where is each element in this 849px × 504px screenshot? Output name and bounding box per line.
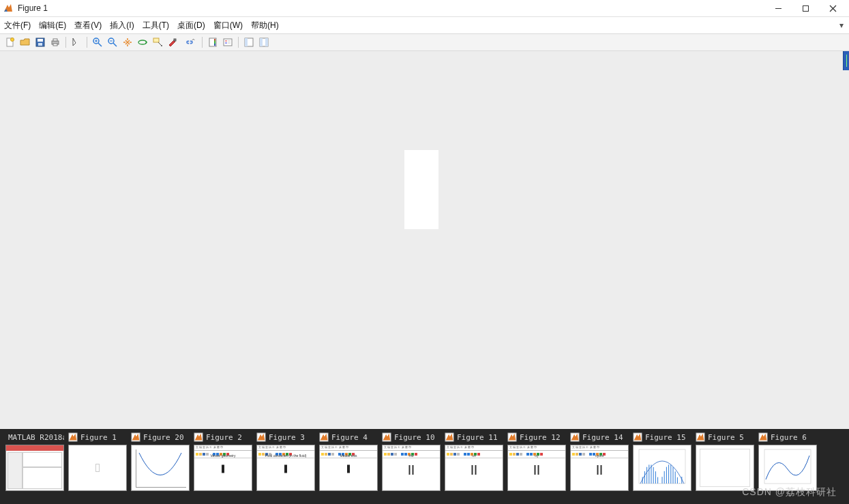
link-data-button[interactable]: [181, 35, 198, 49]
menu-window[interactable]: 窗口(W): [213, 20, 243, 31]
svg-rect-7: [38, 39, 43, 42]
svg-rect-10: [53, 39, 57, 41]
svg-point-19: [127, 42, 129, 44]
taskbar-item[interactable]: MATLAB R2018a: [5, 432, 64, 504]
taskbar-item-label: Figure 15: [645, 433, 686, 442]
toolbar-separator: [202, 37, 203, 48]
taskbar-item[interactable]: Figure 20: [131, 432, 190, 504]
insert-legend-button[interactable]: [221, 35, 235, 49]
open-button[interactable]: [18, 35, 32, 49]
taskbar-item-label: Figure 10: [394, 433, 435, 442]
menu-insert[interactable]: 插入(I): [110, 20, 134, 31]
svg-line-17: [113, 43, 117, 46]
taskbar-item[interactable]: Figure 11文 编 查 插 工 桌 窗 帮ux: [445, 432, 503, 504]
insert-colorbar-button[interactable]: [206, 35, 220, 49]
svg-point-22: [161, 45, 162, 46]
save-button[interactable]: [33, 35, 47, 49]
svg-rect-32: [245, 38, 248, 46]
taskbar-item[interactable]: Figure 14文 编 查 插 工 桌 窗 帮uyout: [570, 432, 629, 504]
svg-point-5: [11, 38, 14, 42]
taskbar-item[interactable]: Figure 1: [68, 432, 127, 504]
svg-rect-21: [153, 38, 159, 42]
plot-content-rect: [404, 150, 438, 229]
toolbar-separator: [65, 37, 66, 48]
taskbar-item-label: MATLAB R2018a: [8, 433, 64, 442]
menubar: 文件(F) 编辑(E) 查看(V) 插入(I) 工具(T) 桌面(D) 窗口(W…: [0, 17, 849, 33]
hide-plot-tools-button[interactable]: [242, 35, 256, 49]
taskbar-item[interactable]: Figure 15: [633, 432, 691, 504]
brush-button[interactable]: [166, 35, 179, 49]
svg-rect-23: [174, 39, 176, 41]
taskbar-item-label: Figure 20: [143, 433, 184, 442]
svg-rect-8: [38, 43, 42, 46]
svg-rect-69: [764, 449, 811, 484]
taskbar-item[interactable]: Figure 2文 编 查 插 工 桌 窗 帮Vessel geometry: [194, 432, 252, 504]
menu-edit[interactable]: 编辑(E): [39, 20, 66, 31]
toolbar: [0, 33, 849, 51]
window-title: Figure 1: [18, 3, 48, 13]
menu-file[interactable]: 文件(F): [4, 20, 31, 31]
taskbar-item-label: Figure 6: [771, 433, 807, 442]
edit-plot-button[interactable]: [70, 35, 83, 49]
menu-chevron-icon[interactable]: ▾: [839, 20, 844, 30]
taskbar-item-label: Figure 5: [708, 433, 744, 442]
taskbar-item-label: Figure 3: [269, 433, 305, 442]
taskbar-item-label: Figure 11: [457, 433, 498, 442]
taskbar-item[interactable]: Figure 12文 编 查 插 工 桌 窗 帮uy: [507, 432, 566, 504]
svg-line-13: [98, 43, 102, 46]
svg-rect-26: [224, 39, 232, 46]
print-button[interactable]: [48, 35, 62, 49]
svg-rect-35: [265, 38, 268, 46]
new-figure-button[interactable]: [3, 35, 17, 49]
app-icon: [3, 3, 14, 14]
menu-tools[interactable]: 工具(T): [143, 20, 169, 31]
close-button[interactable]: [819, 0, 846, 16]
svg-rect-1: [803, 5, 808, 11]
taskbar-item[interactable]: Figure 5: [696, 432, 754, 504]
taskbar-item[interactable]: Figure 6: [758, 432, 817, 504]
taskbar-item-label: Figure 2: [206, 433, 242, 442]
zoom-out-button[interactable]: [106, 35, 119, 49]
taskbar-item-label: Figure 1: [80, 433, 117, 442]
svg-rect-34: [260, 38, 263, 46]
menu-help[interactable]: 帮助(H): [251, 20, 279, 31]
minimize-button[interactable]: [764, 0, 792, 16]
data-cursor-button[interactable]: [151, 35, 164, 49]
dock-indicator[interactable]: [843, 51, 849, 70]
taskbar-item-label: Figure 12: [520, 433, 561, 442]
taskbar-item-label: Figure 4: [331, 433, 368, 442]
taskbar-item[interactable]: Figure 4文 编 查 插 工 桌 窗 帮Medial axis: [319, 432, 378, 504]
rotate-3d-button[interactable]: [136, 35, 149, 49]
menu-view[interactable]: 查看(V): [74, 20, 102, 31]
menu-desktop[interactable]: 桌面(D): [177, 20, 205, 31]
show-plot-tools-button[interactable]: [257, 35, 271, 49]
taskbar-item[interactable]: Figure 10文 编 查 插 工 桌 窗 帮rho: [382, 432, 441, 504]
taskbar: MATLAB R2018aFigure 1Figure 20Figure 2文 …: [0, 429, 849, 504]
svg-rect-11: [53, 44, 57, 46]
zoom-in-button[interactable]: [91, 35, 104, 49]
toolbar-separator: [238, 37, 239, 48]
titlebar: Figure 1: [0, 0, 849, 17]
pan-button[interactable]: [121, 35, 134, 49]
maximize-button[interactable]: [792, 0, 819, 16]
toolbar-separator: [87, 37, 87, 48]
taskbar-item[interactable]: Figure 3文 编 查 插 工 桌 窗 帮Fluid obstacles (…: [256, 432, 315, 504]
taskbar-item-label: Figure 14: [582, 433, 623, 442]
figure-canvas[interactable]: [0, 51, 849, 429]
svg-rect-25: [214, 39, 215, 46]
